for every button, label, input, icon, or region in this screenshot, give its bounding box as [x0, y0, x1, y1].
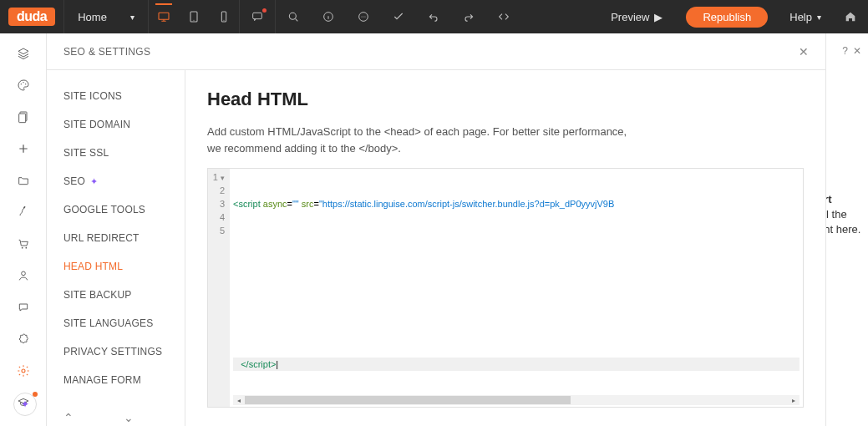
- puzzle-icon: [17, 332, 30, 346]
- home-icon: [844, 10, 857, 23]
- code-editor[interactable]: 1 ▾ 2 3 4 5 <script async="" src="https:…: [207, 168, 804, 408]
- search-button[interactable]: [276, 0, 311, 33]
- scroll-thumb[interactable]: [245, 396, 571, 404]
- svg-point-19: [21, 271, 25, 276]
- svg-rect-16: [18, 114, 25, 123]
- svg-point-17: [21, 247, 23, 249]
- code-icon: [497, 10, 510, 23]
- scroll-right-arrow[interactable]: ▸: [788, 395, 799, 405]
- settings-panel: SEO & SETTINGS ✕ SITE ICONS SITE DOMAIN …: [47, 33, 826, 426]
- sparkle-icon: ✦: [90, 176, 98, 187]
- code-text-area[interactable]: <script async="" src="https://static.lin…: [230, 169, 803, 407]
- top-toolbar: duda Home ▾ Preview: [0, 0, 868, 33]
- chevron-down-icon: ▾: [817, 13, 821, 22]
- sidebar-item-manage-form[interactable]: MANAGE FORM: [47, 366, 185, 394]
- rail-blog[interactable]: [13, 297, 33, 317]
- info-button[interactable]: [311, 0, 346, 33]
- chat-button[interactable]: [346, 0, 381, 33]
- preview-label: Preview: [611, 11, 649, 23]
- sidebar-item-seo[interactable]: SEO ✦: [47, 167, 185, 195]
- cart-icon: [17, 237, 30, 251]
- device-switcher: [149, 0, 239, 33]
- rail-apps[interactable]: [13, 329, 33, 349]
- rail-settings[interactable]: [13, 361, 33, 381]
- tablet-icon: [187, 10, 201, 23]
- code-gutter: 1 ▾ 2 3 4 5: [208, 169, 230, 407]
- devmode-button[interactable]: [486, 0, 521, 33]
- sidebar-item-site-languages[interactable]: SITE LANGUAGES: [47, 309, 185, 337]
- rail-add[interactable]: [13, 139, 33, 159]
- rail-ecommerce[interactable]: [13, 234, 33, 254]
- sidebar-item-label: SEO: [63, 175, 85, 187]
- rail-design[interactable]: [13, 75, 33, 95]
- background-canvas-peek: ? ✕ art all the ght here.: [826, 33, 868, 426]
- background-close-icon[interactable]: ✕: [853, 45, 861, 57]
- check-icon: [392, 10, 405, 23]
- comments-button[interactable]: [240, 0, 275, 33]
- content-title: Head HTML: [207, 89, 804, 110]
- sidebar-item-site-icons[interactable]: SITE ICONS: [47, 82, 185, 110]
- desktop-icon: [157, 10, 170, 23]
- sidebar-item-site-backup[interactable]: SITE BACKUP: [47, 281, 185, 309]
- undo-button[interactable]: [416, 0, 451, 33]
- sidebar-scroll-controls: ⌃ ⌄: [63, 411, 134, 424]
- panel-title: SEO & SETTINGS: [63, 46, 150, 58]
- redo-icon: [462, 10, 475, 23]
- horizontal-scrollbar[interactable]: ◂ ▸: [233, 395, 799, 405]
- folder-icon: [17, 174, 30, 187]
- svg-rect-0: [159, 13, 169, 19]
- svg-point-18: [25, 247, 27, 249]
- mobile-icon: [217, 10, 231, 23]
- rail-content[interactable]: [13, 170, 33, 190]
- page-selector[interactable]: Home ▾: [64, 11, 148, 23]
- info-icon: [322, 10, 335, 23]
- fold-icon[interactable]: ▾: [221, 174, 225, 182]
- panel-header: SEO & SETTINGS ✕: [47, 33, 825, 70]
- left-tool-rail: [0, 33, 47, 426]
- svg-point-11: [365, 16, 366, 17]
- content-description: Add custom HTML/JavaScript to the <head>…: [207, 124, 642, 156]
- rail-pages[interactable]: [13, 107, 33, 127]
- route-icon: [17, 205, 30, 219]
- republish-button[interactable]: Republish: [686, 7, 768, 28]
- sidebar-item-site-domain[interactable]: SITE DOMAIN: [47, 110, 185, 139]
- check-button[interactable]: [381, 0, 416, 33]
- sidebar-item-site-ssl[interactable]: SITE SSL: [47, 139, 185, 167]
- brand-logo: duda: [8, 8, 55, 26]
- mobile-device-button[interactable]: [209, 0, 239, 33]
- svg-point-4: [224, 20, 225, 21]
- sidebar-item-privacy-settings[interactable]: PRIVACY SETTINGS: [47, 337, 185, 366]
- svg-rect-5: [253, 13, 262, 18]
- rail-widgets[interactable]: [13, 43, 33, 63]
- comment-icon: [251, 10, 264, 23]
- tablet-device-button[interactable]: [179, 0, 209, 33]
- svg-point-13: [23, 82, 23, 83]
- sidebar-item-url-redirect[interactable]: URL REDIRECT: [47, 224, 185, 252]
- svg-point-6: [290, 13, 297, 19]
- sidebar-item-google-tools[interactable]: GOOGLE TOOLS: [47, 195, 185, 224]
- sidebar-item-head-html[interactable]: HEAD HTML: [47, 252, 185, 281]
- cursor: |: [276, 359, 278, 369]
- layers-icon: [17, 47, 30, 60]
- home-button[interactable]: [833, 0, 868, 33]
- scroll-track[interactable]: [245, 395, 788, 405]
- rail-personalize[interactable]: [13, 202, 33, 222]
- preview-button[interactable]: Preview ▶: [597, 11, 676, 23]
- chat-icon: [357, 10, 370, 23]
- scroll-left-arrow[interactable]: ◂: [233, 395, 245, 405]
- sidebar-scroll-up[interactable]: ⌃: [63, 411, 74, 424]
- background-hint-text: art all the ght here.: [826, 192, 868, 238]
- help-button[interactable]: Help ▾: [778, 11, 833, 23]
- rail-membership[interactable]: [13, 266, 33, 286]
- panel-close-button[interactable]: ✕: [799, 45, 809, 58]
- undo-icon: [427, 10, 440, 23]
- plus-icon: [17, 142, 30, 155]
- settings-sidebar: SITE ICONS SITE DOMAIN SITE SSL SEO ✦ GO…: [47, 70, 185, 426]
- svg-point-2: [194, 20, 195, 21]
- search-icon: [287, 10, 300, 23]
- redo-button[interactable]: [451, 0, 486, 33]
- ai-assistant-button[interactable]: ✦: [13, 393, 37, 416]
- background-help-icon[interactable]: ?: [842, 45, 848, 57]
- desktop-device-button[interactable]: [149, 0, 179, 33]
- sidebar-scroll-down[interactable]: ⌄: [124, 411, 134, 424]
